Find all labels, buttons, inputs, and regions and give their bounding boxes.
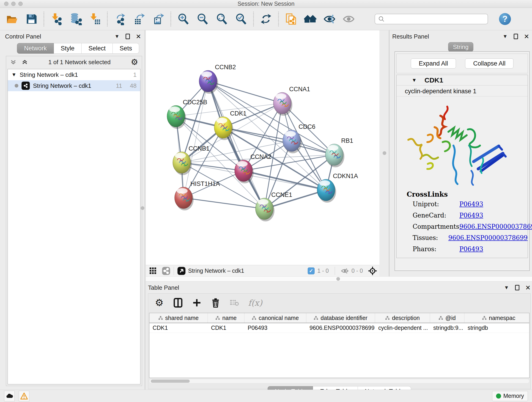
expand-all-icon[interactable] [21, 59, 28, 65]
close-panel-icon[interactable]: ✕ [524, 33, 529, 40]
network-edge-CCNB2-CCNE1[interactable] [208, 81, 264, 209]
network-edge-HIST1H1A-CCNE1[interactable] [184, 198, 264, 209]
network-node-label: CDK1 [230, 110, 247, 117]
toolbar-divider [174, 267, 174, 275]
table-row[interactable]: CDK1CDK1P064939606.ENSP00000378699cyclin… [149, 323, 529, 333]
show-all-button[interactable] [342, 12, 355, 26]
right-splitter-handle[interactable] [383, 151, 386, 155]
warnings-button[interactable] [19, 391, 29, 401]
import-table-file-button[interactable] [88, 12, 101, 26]
column-header-canonical-name[interactable]: canonical name [244, 313, 306, 323]
column-header-namespac[interactable]: namespac [464, 313, 530, 323]
cloud-icon [6, 393, 13, 399]
bottom-splitter-handle[interactable] [336, 277, 340, 281]
network-canvas[interactable]: CCNB2CCNA1CDC25BCDK1CDC6RB1CCNB1CCNA2CDK… [146, 30, 380, 265]
network-node-CCNA1[interactable]: CCNA1 [273, 86, 310, 116]
control-panel-title: Control Panel [5, 33, 41, 40]
table-cell: stringdb:9... [430, 323, 464, 332]
protein-structure-image [400, 97, 524, 189]
column-header-shared-name[interactable]: shared name [149, 313, 208, 323]
crosslink-link[interactable]: P06493 [459, 201, 483, 208]
network-node-CCNA2[interactable]: CCNA2 [234, 153, 272, 183]
network-collection-row[interactable]: ▼ String Network – cdk1 1 [8, 69, 140, 80]
crosslink-link[interactable]: 9606.ENSP00000378699 [459, 223, 532, 230]
float-panel-icon[interactable] [126, 34, 130, 39]
zoom-in-button[interactable] [177, 12, 190, 26]
collapse-panel-icon[interactable]: ▼ [504, 285, 509, 291]
table-cell: 9606.ENSP00000378699 [306, 323, 375, 332]
tab-network[interactable]: Network [17, 43, 54, 54]
zoom-out-button[interactable] [196, 12, 209, 26]
collection-expander-icon[interactable]: ▼ [12, 72, 17, 78]
float-panel-icon[interactable] [514, 34, 518, 39]
show-columns-icon[interactable] [173, 298, 183, 308]
column-header-description[interactable]: description [375, 313, 430, 323]
crosslink-link[interactable]: P06493 [459, 212, 483, 219]
hide-selected-button[interactable] [323, 12, 336, 26]
network-edge-CCNB2-CCNA1[interactable] [208, 81, 282, 103]
toolbar-divider [335, 267, 335, 275]
tab-style[interactable]: Style [54, 43, 82, 54]
network-node-RB1[interactable]: RB1 [325, 137, 353, 167]
network-node-CCNB2[interactable]: CCNB2 [199, 64, 236, 94]
network-node-label: CCNE1 [271, 191, 292, 198]
protein-expander-icon[interactable]: ▼ [412, 77, 417, 83]
network-row[interactable]: String Network – cdk1 11 48 [8, 80, 140, 91]
network-options-gear-icon[interactable]: ⚙ [131, 58, 138, 66]
open-session-button[interactable] [6, 12, 19, 26]
crosslink-link[interactable]: 9606.ENSP00000378699 [448, 234, 528, 241]
zoom-fit-button[interactable] [215, 12, 228, 26]
new-network-from-selection-button[interactable] [284, 12, 298, 26]
network-node-label: CCNB2 [215, 64, 236, 70]
close-panel-icon[interactable]: ✕ [136, 33, 141, 40]
column-header-database-identifier[interactable]: database identifier [306, 313, 375, 323]
help-button[interactable]: ? [499, 13, 511, 25]
crosslink-link[interactable]: P06493 [459, 245, 483, 253]
table-horizontal-scrollbar[interactable] [149, 379, 530, 383]
column-header-@id[interactable]: @id [430, 313, 464, 323]
export-table-button[interactable] [133, 12, 146, 26]
network-node-CCNB1[interactable]: CCNB1 [173, 145, 210, 175]
left-splitter-handle[interactable] [141, 206, 144, 210]
tab-select[interactable]: Select [82, 43, 113, 54]
network-edge-CCNA2-CDKN1A[interactable] [244, 171, 326, 190]
collapse-panel-icon[interactable]: ▼ [503, 33, 508, 39]
cloud-status-button[interactable] [4, 391, 15, 401]
fit-selected-crosshair-icon[interactable] [368, 266, 377, 275]
collapse-all-button[interactable]: Collapse All [465, 58, 513, 69]
crosslinks-title: CrossLinks [407, 191, 528, 198]
update-network-button[interactable] [259, 12, 273, 26]
hidden-eye-slash-icon[interactable] [341, 267, 349, 275]
collapse-all-icon[interactable] [10, 59, 17, 65]
search-input[interactable] [375, 14, 488, 24]
memory-button[interactable]: Memory [492, 391, 528, 401]
import-network-file-button[interactable] [50, 12, 63, 26]
birds-eye-toggle-icon[interactable] [177, 267, 186, 275]
column-header-name[interactable]: name [208, 313, 244, 323]
export-network-button[interactable] [113, 12, 127, 26]
eye-slash-icon [323, 13, 336, 25]
selected-nodes-checkbox[interactable]: ✓ [308, 268, 315, 274]
float-panel-icon[interactable] [515, 285, 519, 290]
table-options-gear-icon[interactable]: ⚙ [154, 298, 164, 308]
import-network-database-button[interactable] [69, 12, 82, 26]
add-column-icon[interactable] [192, 298, 202, 308]
delete-column-trash-icon[interactable] [210, 298, 221, 308]
main-toolbar: ? [0, 8, 532, 30]
network-node-label: CCNA2 [250, 153, 272, 160]
scrollbar-thumb[interactable] [151, 380, 190, 383]
crosslink-row: Tissues:9606.ENSP00000378699 [407, 234, 528, 241]
tab-sets[interactable]: Sets [113, 43, 139, 54]
export-image-button[interactable] [152, 12, 165, 26]
network-node-HIST1H1A[interactable]: HIST1H1A [175, 180, 220, 211]
zoom-selected-button[interactable] [234, 12, 248, 26]
save-session-button[interactable] [25, 12, 38, 26]
network-view-icon[interactable] [162, 267, 171, 275]
network-node-CDKN1A[interactable]: CDKN1A [317, 172, 358, 203]
grid-view-icon[interactable] [149, 267, 157, 275]
first-neighbors-button[interactable] [304, 12, 317, 26]
close-panel-icon[interactable]: ✕ [525, 284, 531, 292]
expand-all-button[interactable]: Expand All [411, 58, 456, 69]
tab-string[interactable]: String [448, 42, 473, 52]
collapse-panel-icon[interactable]: ▼ [114, 33, 120, 39]
